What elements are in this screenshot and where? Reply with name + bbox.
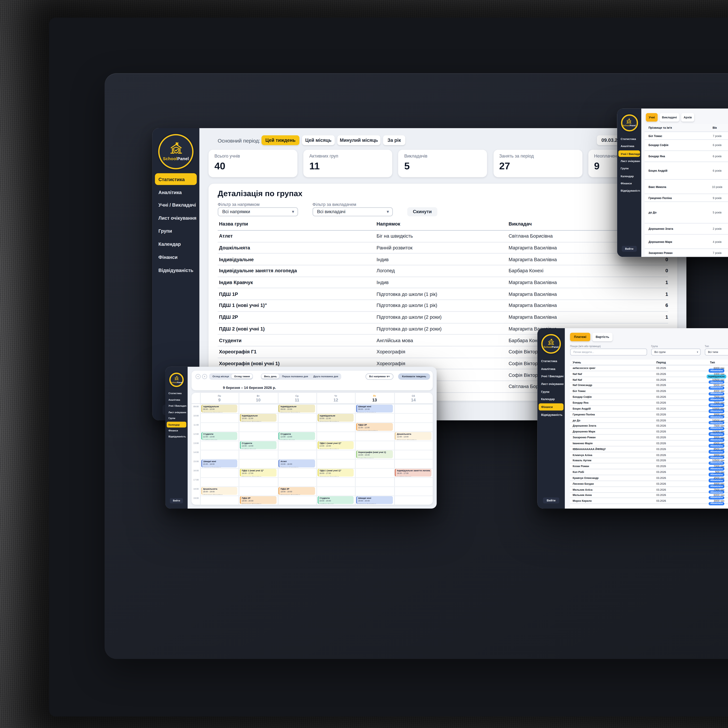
finance-nav-5[interactable]: Календар (539, 396, 563, 402)
dashboard-nav-1[interactable]: Аналітика (154, 187, 197, 198)
finance-logout-button[interactable]: Вийти (543, 497, 559, 503)
calendar-nav-4[interactable]: Групи (167, 416, 187, 421)
calendar-event[interactable]: Індивідуальне09:00 - 10:00Маргарита Васи… (278, 405, 315, 413)
event-time-range: 15:00 - 16:00 (281, 463, 314, 466)
calendar-daypart-tab-0[interactable]: Весь день (262, 374, 280, 378)
students-logout-button[interactable]: Вийти (621, 246, 637, 252)
student-row: Вакс Микола10 роківАнглійська моваКоніБі… (645, 180, 728, 194)
finance-nav-3[interactable]: Лист очікування (539, 381, 563, 387)
students-nav-3[interactable]: Лист очікування (618, 158, 640, 164)
calendar-event[interactable]: Індивідуальне09:00 - 10:00Маргарита Васи… (201, 405, 238, 413)
copy-week-button[interactable]: Копіювати тиждень (398, 373, 430, 379)
next-week-button[interactable]: › (202, 374, 207, 379)
grid-vline (317, 393, 317, 505)
calendar-event[interactable]: Студенти19:00 - 20:00Барбара Конехі (317, 496, 354, 504)
calendar-daypart-tab-1[interactable]: Перша половина дня (280, 374, 310, 378)
payment-period-cell: 03.2026 (656, 407, 666, 410)
time-label: 16:00 (192, 469, 199, 472)
calendar-event[interactable]: Хореографія (нові учні 1)14:00 - 15:00Со… (356, 450, 393, 458)
calendar-direction-filter[interactable]: Всі напрямки ∨▾ (365, 373, 393, 379)
event-title: Індивідуальне (319, 414, 352, 417)
dashboard-nav-0[interactable]: Статистика (154, 173, 197, 185)
calendar-event[interactable]: ПДШ 2Р18:00 - 19:00Маргарита Василівна (278, 487, 315, 495)
calendar-event[interactable]: ПДШ 1 (нові учні 1)"16:00 - 17:00Маргари… (317, 469, 354, 477)
student-row: Боцек Андрій6 роківРанній розвитокЛогопе… (645, 162, 728, 180)
student-name-cell: Біл Томас (648, 134, 662, 137)
calendar-nav-3[interactable]: Лист очікування (167, 410, 187, 415)
calendar-event[interactable]: ПДШ 1 (нові учні 1)"13:00 - 14:00Маргари… (317, 441, 354, 449)
prev-week-button[interactable]: ‹ (196, 374, 200, 379)
day-name: Сб (404, 395, 423, 397)
dashboard-nav-3[interactable]: Лист очікування (154, 213, 197, 224)
calendar-logout-button[interactable]: Вийти (170, 499, 183, 503)
dashboard-nav-4[interactable]: Групи (154, 225, 197, 237)
students-nav-1[interactable]: Аналітика (618, 143, 640, 150)
period-button-1[interactable]: Цей місяць (302, 135, 335, 145)
calendar-view-tab-1[interactable]: Огляд тижня (232, 374, 252, 378)
students-nav-7[interactable]: Відвідуваність (618, 187, 640, 194)
stat-card-2: Викладачів5 (398, 150, 487, 177)
period-button-2[interactable]: Минулий місяць (337, 135, 381, 145)
students-nav-6[interactable]: Фінанси (618, 180, 640, 187)
finance-nav-6[interactable]: Фінанси (539, 404, 563, 410)
calendar-view-tab-0[interactable]: Огляд місяця (210, 374, 231, 378)
group-count-cell: 1 (665, 280, 668, 285)
calendar-nav-7[interactable]: Відвідуваність (167, 434, 187, 440)
calendar-nav-2[interactable]: Учні / Викладачі (167, 403, 187, 409)
reset-filters-button[interactable]: Скинути (407, 207, 437, 216)
finance-nav-2[interactable]: Учні / Викладачі (539, 373, 563, 380)
finance-tab-0[interactable]: Платежі (570, 333, 590, 341)
calendar-nav-5[interactable]: Календар (167, 422, 187, 427)
calendar-event[interactable]: Швидкі коні15:00 - 16:00Світлана Борисів… (201, 459, 238, 467)
calendar-event[interactable]: ПДШ 2Р11:00 - 12:00Маргарита Василівна (356, 423, 393, 431)
students-tab-2[interactable]: Архів (681, 113, 694, 122)
period-button-0[interactable]: Цей тиждень (262, 135, 299, 145)
students-nav-0[interactable]: Статистика (618, 135, 640, 142)
calendar-event[interactable]: Дошкільнята12:00 - 13:00Маргарита Василі… (395, 432, 431, 440)
finance-nav-1[interactable]: Аналітика (539, 365, 563, 372)
calendar-event[interactable]: Швидкі коні09:00 - 10:00Світлана Борисів… (356, 405, 393, 413)
groups-table-header: Назва групи Напрямок Викладач (218, 217, 668, 231)
dashboard-nav-6[interactable]: Фінанси (154, 251, 197, 263)
calendar-nav-0[interactable]: Статистика (167, 391, 187, 397)
group-count-cell: 0 (665, 268, 668, 274)
stat-card-1: Активних груп11 (303, 150, 392, 177)
finance-nav-0[interactable]: Статистика (539, 358, 563, 365)
period-button-3[interactable]: За рік (383, 135, 405, 145)
students-tab-1[interactable]: Викладачі (659, 113, 679, 122)
calendar-event[interactable]: Дошкільнята18:00 - 19:00Маргарита Василі… (201, 487, 238, 495)
finance-type-filter[interactable]: Всі типи▾ (705, 349, 728, 356)
finance-search-input[interactable]: Почни вводити... (570, 349, 647, 356)
finance-nav-7[interactable]: Відвідуваність (539, 411, 563, 418)
calendar-event[interactable]: Швидкі коні19:00 - 20:00Світлана Борисів… (356, 496, 393, 504)
students-tab-0[interactable]: Учні (646, 113, 658, 122)
calendar-event[interactable]: Індивідуальне10:00 - 11:00Маргарита Васи… (317, 414, 354, 422)
students-nav-2[interactable]: Учні / Викладачі (618, 150, 640, 157)
direction-filter-select[interactable]: Всі напрямки▾ (218, 207, 298, 216)
payment-period-cell: 03.2026 (656, 459, 666, 462)
calendar-event[interactable]: Атлет15:00 - 16:00Світлана Борисівна (278, 459, 315, 467)
finance-tab-1[interactable]: Вартість (592, 333, 613, 341)
finance-group-filter[interactable]: Всі групи▾ (651, 349, 701, 356)
students-nav-5[interactable]: Календар (618, 173, 640, 179)
calendar-event[interactable]: Студенти12:00 - 13:00Барбара Конехі (278, 432, 315, 440)
calendar-nav-1[interactable]: Аналітика (167, 397, 187, 403)
calendar-event[interactable]: Індивідуальне заняття логопеда16:00 - 17… (395, 469, 431, 477)
teacher-filter-select[interactable]: Всі викладачі▾ (312, 207, 393, 216)
calendar-event[interactable]: Індивідуальне10:00 - 11:00Маргарита Васи… (240, 414, 276, 422)
finance-nav-4[interactable]: Групи (539, 388, 563, 395)
group-name-cell: ПДШ 1Р (219, 291, 238, 297)
calendar-event[interactable]: ПДШ 1 (нові учні 1)"16:00 - 17:00Маргари… (240, 469, 276, 477)
dashboard-nav-2[interactable]: Учні / Викладачі (154, 199, 197, 211)
students-nav-4[interactable]: Групи (618, 165, 640, 172)
calendar-event[interactable]: Студенти12:00 - 13:00Барбара Конехі (201, 432, 238, 440)
payment-period-cell: 03.2026 (656, 453, 666, 456)
event-time-range: 10:00 - 11:00 (242, 417, 275, 420)
dashboard-nav-7[interactable]: Відвідуваність (154, 265, 197, 276)
dashboard-nav-5[interactable]: Календар (154, 239, 197, 250)
calendar-event[interactable]: ПДШ 2Р19:00 - 20:00Маргарита Василівна (240, 496, 276, 504)
calendar-daypart-tab-2[interactable]: Друга половина дня (311, 374, 341, 378)
calendar-event[interactable]: Студенти13:00 - 14:00Барбара Конехі (240, 441, 276, 449)
event-title: Швидкі коні (358, 405, 392, 408)
calendar-nav-6[interactable]: Фінанси (167, 428, 187, 434)
